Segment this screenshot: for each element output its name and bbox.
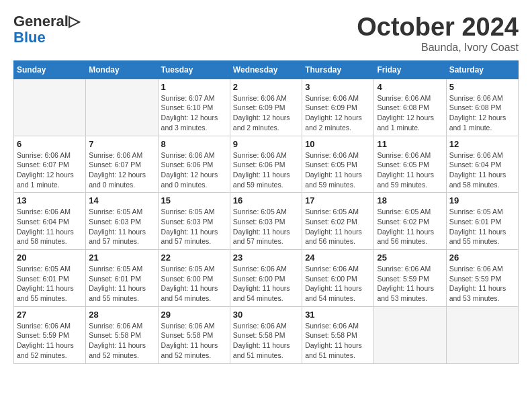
day-number: 23 — [233, 253, 299, 263]
calendar-day-cell: 10Sunrise: 6:06 AMSunset: 6:05 PMDayligh… — [302, 136, 374, 193]
calendar-day-cell: 20Sunrise: 6:05 AMSunset: 6:01 PMDayligh… — [14, 250, 86, 307]
calendar-week-row: 6Sunrise: 6:06 AMSunset: 6:07 PMDaylight… — [14, 136, 519, 193]
day-number: 12 — [449, 139, 515, 149]
weekday-header: Sunday — [14, 60, 86, 79]
day-number: 11 — [377, 139, 443, 149]
day-number: 7 — [89, 139, 154, 149]
calendar-day-cell: 19Sunrise: 6:05 AMSunset: 6:01 PMDayligh… — [446, 193, 518, 250]
day-info: Sunrise: 6:06 AMSunset: 6:06 PMDaylight:… — [161, 150, 227, 190]
day-number: 28 — [89, 310, 154, 320]
day-number: 25 — [377, 253, 443, 263]
day-number: 31 — [305, 310, 371, 320]
calendar-day-cell: 9Sunrise: 6:06 AMSunset: 6:06 PMDaylight… — [230, 136, 302, 193]
weekday-header: Thursday — [302, 60, 374, 79]
day-info: Sunrise: 6:06 AMSunset: 5:58 PMDaylight:… — [233, 321, 299, 361]
calendar-day-cell: 11Sunrise: 6:06 AMSunset: 6:05 PMDayligh… — [374, 136, 446, 193]
day-number: 13 — [17, 195, 83, 205]
day-info: Sunrise: 6:06 AMSunset: 5:58 PMDaylight:… — [161, 321, 227, 361]
calendar-day-cell: 17Sunrise: 6:05 AMSunset: 6:02 PMDayligh… — [302, 193, 374, 250]
day-number: 10 — [305, 139, 371, 149]
calendar-day-cell: 31Sunrise: 6:06 AMSunset: 5:58 PMDayligh… — [302, 306, 374, 363]
day-info: Sunrise: 6:05 AMSunset: 6:00 PMDaylight:… — [161, 264, 227, 304]
calendar-day-cell: 21Sunrise: 6:05 AMSunset: 6:01 PMDayligh… — [86, 250, 158, 307]
day-number: 30 — [233, 310, 299, 320]
day-info: Sunrise: 6:05 AMSunset: 6:02 PMDaylight:… — [377, 207, 443, 246]
calendar-day-cell: 2Sunrise: 6:06 AMSunset: 6:09 PMDaylight… — [230, 79, 302, 136]
day-info: Sunrise: 6:06 AMSunset: 6:04 PMDaylight:… — [17, 207, 83, 246]
day-info: Sunrise: 6:06 AMSunset: 6:05 PMDaylight:… — [377, 150, 443, 190]
calendar-day-cell: 3Sunrise: 6:06 AMSunset: 6:09 PMDaylight… — [302, 79, 374, 136]
day-info: Sunrise: 6:06 AMSunset: 6:07 PMDaylight:… — [17, 150, 83, 190]
day-number: 8 — [161, 139, 227, 149]
weekday-header: Friday — [374, 60, 446, 79]
calendar-day-cell — [446, 306, 518, 363]
calendar-day-cell — [86, 79, 158, 136]
day-info: Sunrise: 6:06 AMSunset: 6:00 PMDaylight:… — [233, 264, 299, 304]
calendar-day-cell: 23Sunrise: 6:06 AMSunset: 6:00 PMDayligh… — [230, 250, 302, 307]
calendar-day-cell: 26Sunrise: 6:06 AMSunset: 5:59 PMDayligh… — [446, 250, 518, 307]
day-number: 26 — [449, 253, 515, 263]
day-info: Sunrise: 6:05 AMSunset: 6:01 PMDaylight:… — [89, 264, 154, 304]
day-number: 24 — [305, 253, 371, 263]
calendar-header-row: SundayMondayTuesdayWednesdayThursdayFrid… — [14, 60, 519, 79]
calendar-day-cell: 30Sunrise: 6:06 AMSunset: 5:58 PMDayligh… — [230, 306, 302, 363]
calendar-day-cell: 16Sunrise: 6:05 AMSunset: 6:03 PMDayligh… — [230, 193, 302, 250]
calendar-day-cell: 28Sunrise: 6:06 AMSunset: 5:58 PMDayligh… — [86, 306, 158, 363]
day-info: Sunrise: 6:05 AMSunset: 6:03 PMDaylight:… — [161, 207, 227, 246]
day-number: 4 — [377, 82, 443, 92]
calendar-day-cell: 5Sunrise: 6:06 AMSunset: 6:08 PMDaylight… — [446, 79, 518, 136]
title-section: October 2024 Baunda, Ivory Coast — [357, 13, 519, 54]
calendar-day-cell: 6Sunrise: 6:06 AMSunset: 6:07 PMDaylight… — [14, 136, 86, 193]
day-number: 9 — [233, 139, 299, 149]
calendar-day-cell: 27Sunrise: 6:06 AMSunset: 5:59 PMDayligh… — [14, 306, 86, 363]
calendar-day-cell: 12Sunrise: 6:06 AMSunset: 6:04 PMDayligh… — [446, 136, 518, 193]
page-header: General▷ Blue October 2024 Baunda, Ivory… — [13, 13, 519, 54]
day-info: Sunrise: 6:06 AMSunset: 6:08 PMDaylight:… — [449, 93, 515, 133]
day-number: 17 — [305, 195, 371, 205]
weekday-header: Wednesday — [230, 60, 302, 79]
calendar-day-cell: 29Sunrise: 6:06 AMSunset: 5:58 PMDayligh… — [158, 306, 230, 363]
calendar-day-cell: 25Sunrise: 6:06 AMSunset: 5:59 PMDayligh… — [374, 250, 446, 307]
day-info: Sunrise: 6:06 AMSunset: 6:06 PMDaylight:… — [233, 150, 299, 190]
calendar-week-row: 13Sunrise: 6:06 AMSunset: 6:04 PMDayligh… — [14, 193, 519, 250]
day-number: 5 — [449, 82, 515, 92]
calendar-day-cell: 18Sunrise: 6:05 AMSunset: 6:02 PMDayligh… — [374, 193, 446, 250]
calendar-day-cell: 24Sunrise: 6:06 AMSunset: 6:00 PMDayligh… — [302, 250, 374, 307]
day-info: Sunrise: 6:06 AMSunset: 5:58 PMDaylight:… — [305, 321, 371, 361]
day-number: 29 — [161, 310, 227, 320]
day-number: 19 — [449, 195, 515, 205]
day-info: Sunrise: 6:06 AMSunset: 5:59 PMDaylight:… — [17, 321, 83, 361]
calendar-day-cell: 15Sunrise: 6:05 AMSunset: 6:03 PMDayligh… — [158, 193, 230, 250]
day-info: Sunrise: 6:07 AMSunset: 6:10 PMDaylight:… — [161, 93, 227, 133]
calendar-day-cell: 1Sunrise: 6:07 AMSunset: 6:10 PMDaylight… — [158, 79, 230, 136]
day-info: Sunrise: 6:06 AMSunset: 6:05 PMDaylight:… — [305, 150, 371, 190]
day-info: Sunrise: 6:06 AMSunset: 6:00 PMDaylight:… — [305, 264, 371, 304]
day-info: Sunrise: 6:06 AMSunset: 5:59 PMDaylight:… — [449, 264, 515, 304]
month-title: October 2024 — [357, 13, 519, 42]
calendar-day-cell: 22Sunrise: 6:05 AMSunset: 6:00 PMDayligh… — [158, 250, 230, 307]
day-info: Sunrise: 6:05 AMSunset: 6:01 PMDaylight:… — [17, 264, 83, 304]
day-info: Sunrise: 6:06 AMSunset: 6:07 PMDaylight:… — [89, 150, 154, 190]
day-number: 18 — [377, 195, 443, 205]
weekday-header: Tuesday — [158, 60, 230, 79]
day-info: Sunrise: 6:05 AMSunset: 6:03 PMDaylight:… — [233, 207, 299, 246]
day-number: 22 — [161, 253, 227, 263]
day-number: 1 — [161, 82, 227, 92]
calendar-table: SundayMondayTuesdayWednesdayThursdayFrid… — [13, 60, 519, 364]
day-info: Sunrise: 6:05 AMSunset: 6:02 PMDaylight:… — [305, 207, 371, 246]
day-number: 21 — [89, 253, 154, 263]
day-info: Sunrise: 6:06 AMSunset: 5:58 PMDaylight:… — [89, 321, 154, 361]
day-info: Sunrise: 6:05 AMSunset: 6:01 PMDaylight:… — [449, 207, 515, 246]
day-number: 6 — [17, 139, 83, 149]
logo: General▷ Blue — [13, 13, 80, 46]
day-info: Sunrise: 6:05 AMSunset: 6:03 PMDaylight:… — [89, 207, 154, 246]
day-number: 14 — [89, 195, 154, 205]
weekday-header: Monday — [86, 60, 158, 79]
calendar-day-cell: 14Sunrise: 6:05 AMSunset: 6:03 PMDayligh… — [86, 193, 158, 250]
weekday-header: Saturday — [446, 60, 518, 79]
day-info: Sunrise: 6:06 AMSunset: 6:04 PMDaylight:… — [449, 150, 515, 190]
day-number: 16 — [233, 195, 299, 205]
day-info: Sunrise: 6:06 AMSunset: 5:59 PMDaylight:… — [377, 264, 443, 304]
day-info: Sunrise: 6:06 AMSunset: 6:08 PMDaylight:… — [377, 93, 443, 133]
day-info: Sunrise: 6:06 AMSunset: 6:09 PMDaylight:… — [305, 93, 371, 133]
